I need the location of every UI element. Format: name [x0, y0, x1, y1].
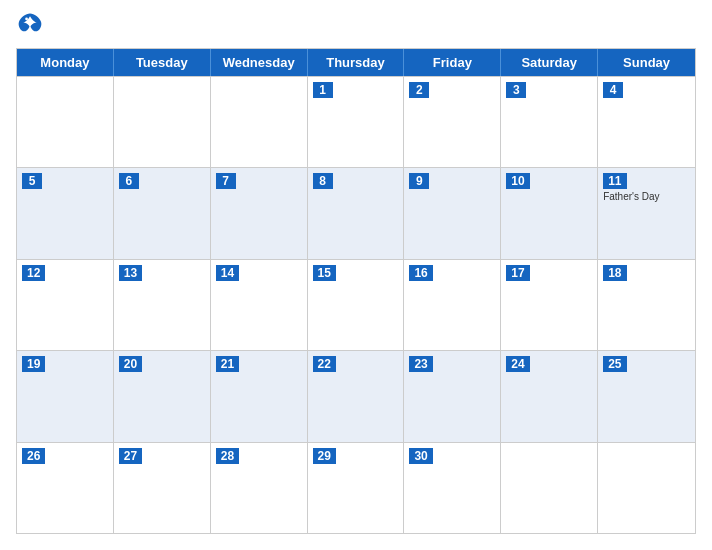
- calendar-cell: 12: [17, 260, 114, 350]
- calendar-cell: 11Father's Day: [598, 168, 695, 258]
- day-header-sunday: Sunday: [598, 49, 695, 76]
- cell-date: 24: [506, 356, 529, 372]
- calendar-cell: 30: [404, 443, 501, 533]
- cell-date: [603, 448, 623, 464]
- calendar-cell: 9: [404, 168, 501, 258]
- logo: [16, 12, 44, 38]
- calendar-cell: 13: [114, 260, 211, 350]
- calendar-header: MondayTuesdayWednesdayThursdayFridaySatu…: [17, 49, 695, 76]
- week-row-2: 567891011Father's Day: [17, 167, 695, 258]
- cell-date: 3: [506, 82, 526, 98]
- cell-date: 9: [409, 173, 429, 189]
- svg-point-0: [25, 18, 28, 21]
- calendar-cell: 24: [501, 351, 598, 441]
- cell-date: 10: [506, 173, 529, 189]
- cell-date: 20: [119, 356, 142, 372]
- week-row-5: 2627282930: [17, 442, 695, 533]
- calendar-cell: [598, 443, 695, 533]
- cell-date: 17: [506, 265, 529, 281]
- cell-date: 5: [22, 173, 42, 189]
- calendar-cell: 1: [308, 77, 405, 167]
- calendar-cell: 4: [598, 77, 695, 167]
- logo-bird-icon: [16, 12, 44, 34]
- day-header-saturday: Saturday: [501, 49, 598, 76]
- cell-date: 19: [22, 356, 45, 372]
- calendar-cell: 10: [501, 168, 598, 258]
- calendar: MondayTuesdayWednesdayThursdayFridaySatu…: [16, 48, 696, 534]
- calendar-cell: [17, 77, 114, 167]
- cell-date: 6: [119, 173, 139, 189]
- calendar-cell: [114, 77, 211, 167]
- cell-date: 25: [603, 356, 626, 372]
- cell-date: 26: [22, 448, 45, 464]
- calendar-cell: 22: [308, 351, 405, 441]
- calendar-body: 1234567891011Father's Day121314151617181…: [17, 76, 695, 533]
- day-header-thursday: Thursday: [308, 49, 405, 76]
- calendar-cell: 17: [501, 260, 598, 350]
- cell-date: 13: [119, 265, 142, 281]
- cell-date: 29: [313, 448, 336, 464]
- cell-date: 8: [313, 173, 333, 189]
- calendar-cell: 27: [114, 443, 211, 533]
- cell-date: 22: [313, 356, 336, 372]
- calendar-cell: 26: [17, 443, 114, 533]
- calendar-cell: 21: [211, 351, 308, 441]
- cell-date: 1: [313, 82, 333, 98]
- cell-date: 14: [216, 265, 239, 281]
- day-header-wednesday: Wednesday: [211, 49, 308, 76]
- cell-date: 28: [216, 448, 239, 464]
- cell-date: 7: [216, 173, 236, 189]
- calendar-cell: [211, 77, 308, 167]
- calendar-cell: 25: [598, 351, 695, 441]
- cell-date: [506, 448, 526, 464]
- calendar-cell: 3: [501, 77, 598, 167]
- calendar-cell: 7: [211, 168, 308, 258]
- cell-date: 4: [603, 82, 623, 98]
- cell-date: [22, 82, 42, 98]
- cell-date: 18: [603, 265, 626, 281]
- calendar-cell: 18: [598, 260, 695, 350]
- cell-date: 2: [409, 82, 429, 98]
- calendar-cell: [501, 443, 598, 533]
- calendar-cell: 5: [17, 168, 114, 258]
- cell-event: Father's Day: [603, 191, 690, 203]
- day-header-friday: Friday: [404, 49, 501, 76]
- day-header-monday: Monday: [17, 49, 114, 76]
- calendar-cell: 8: [308, 168, 405, 258]
- cell-date: 16: [409, 265, 432, 281]
- cell-date: 23: [409, 356, 432, 372]
- cell-date: 27: [119, 448, 142, 464]
- week-row-1: 1234: [17, 76, 695, 167]
- calendar-cell: 20: [114, 351, 211, 441]
- cell-date: 12: [22, 265, 45, 281]
- day-header-tuesday: Tuesday: [114, 49, 211, 76]
- calendar-cell: 14: [211, 260, 308, 350]
- calendar-cell: 2: [404, 77, 501, 167]
- calendar-cell: 6: [114, 168, 211, 258]
- cell-date: [216, 82, 236, 98]
- cell-date: [119, 82, 139, 98]
- calendar-cell: 28: [211, 443, 308, 533]
- cell-date: 30: [409, 448, 432, 464]
- calendar-cell: 19: [17, 351, 114, 441]
- cell-date: 11: [603, 173, 626, 189]
- week-row-3: 12131415161718: [17, 259, 695, 350]
- week-row-4: 19202122232425: [17, 350, 695, 441]
- header: [16, 12, 696, 38]
- cell-date: 21: [216, 356, 239, 372]
- calendar-page: MondayTuesdayWednesdayThursdayFridaySatu…: [0, 0, 712, 550]
- cell-date: 15: [313, 265, 336, 281]
- calendar-cell: 15: [308, 260, 405, 350]
- calendar-cell: 29: [308, 443, 405, 533]
- calendar-cell: 23: [404, 351, 501, 441]
- calendar-cell: 16: [404, 260, 501, 350]
